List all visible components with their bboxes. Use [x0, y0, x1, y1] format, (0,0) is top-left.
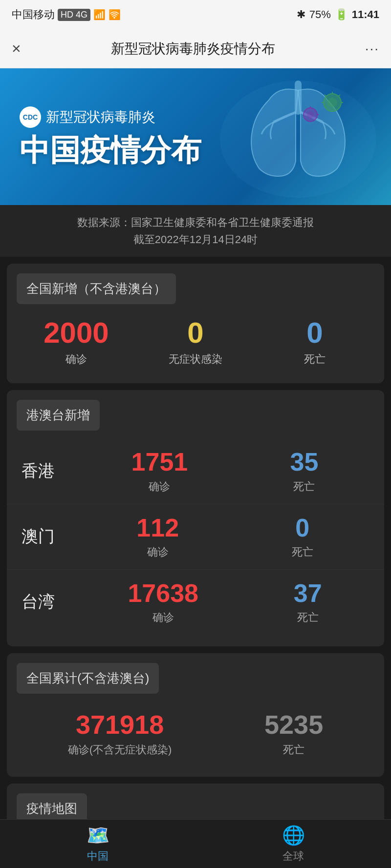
nav-bar: × 新型冠状病毒肺炎疫情分布 ···: [0, 29, 391, 68]
taiwan-name: 台湾: [22, 591, 80, 613]
hongkong-confirmed-label: 确诊: [131, 479, 188, 494]
taiwan-stats: 17638 确诊 37 死亡: [80, 579, 369, 625]
cumulative-deaths-number: 5235: [264, 709, 323, 740]
taiwan-deaths-number: 37: [294, 579, 322, 607]
bottom-nav: 🗺️ 中国 🌐 全球: [0, 819, 391, 868]
hkmt-header: 港澳台新增: [17, 400, 100, 431]
hongkong-deaths-number: 35: [290, 448, 319, 476]
status-bar: 中国移动 HD 4G 📶 🛜 ✱ 75% 🔋 11:41: [0, 0, 391, 29]
cumulative-header: 全国累计(不含港澳台): [17, 663, 159, 694]
macau-stats: 112 确诊 0 死亡: [80, 514, 369, 559]
cumulative-deaths-label: 死亡: [264, 743, 323, 757]
taiwan-confirmed-label: 确诊: [128, 610, 198, 625]
hero-cdc-row: CDC 新型冠状病毒肺炎: [20, 106, 201, 128]
cumulative-confirmed-label: 确诊(不含无症状感染): [68, 743, 172, 757]
hero-title: 中国疫情分布: [20, 134, 201, 167]
macau-deaths-number: 0: [292, 514, 313, 542]
china-nav-item[interactable]: 🗺️ 中国: [0, 825, 196, 864]
hero-banner: CDC 新型冠状病毒肺炎 中国疫情分布: [0, 68, 391, 205]
taiwan-confirmed-number: 17638: [128, 579, 198, 607]
taiwan-confirmed-stat: 17638 确诊: [128, 579, 198, 625]
wifi-icon: 🛜: [109, 9, 121, 21]
asymptomatic-stat: 0 无症状感染: [136, 317, 255, 367]
national-new-header: 全国新增（不含港澳台）: [17, 273, 176, 304]
taiwan-deaths-stat: 37 死亡: [294, 579, 322, 625]
global-nav-label: 全球: [282, 849, 304, 864]
more-button[interactable]: ···: [365, 41, 379, 57]
bluetooth-icon: ✱: [297, 8, 305, 21]
china-nav-icon: 🗺️: [87, 825, 109, 846]
cumulative-confirmed-number: 371918: [68, 709, 172, 740]
hongkong-stats: 1751 确诊 35 死亡: [80, 448, 369, 494]
global-nav-item[interactable]: 🌐 全球: [196, 825, 391, 864]
confirmed-stat: 2000 确诊: [17, 317, 136, 367]
hero-content: CDC 新型冠状病毒肺炎 中国疫情分布: [20, 106, 201, 167]
macau-deaths-label: 死亡: [292, 545, 313, 559]
asymptomatic-number: 0: [136, 317, 255, 349]
global-nav-icon: 🌐: [282, 825, 305, 846]
cumulative-stats-row: 371918 确诊(不含无症状感染) 5235 死亡: [7, 702, 384, 765]
deaths-stat: 0 死亡: [255, 317, 374, 367]
svg-point-3: [327, 98, 337, 107]
confirmed-number: 2000: [17, 317, 136, 349]
hongkong-deaths-label: 死亡: [290, 479, 319, 494]
status-left: 中国移动 HD 4G 📶 🛜: [12, 7, 121, 22]
hero-subtitle: 新型冠状病毒肺炎: [46, 108, 155, 126]
cdc-logo: CDC: [20, 106, 41, 128]
hkmt-section: 港澳台新增 香港 1751 确诊 35 死亡 澳门 112 确诊 0 死亡: [7, 390, 384, 646]
data-source-line2: 截至2022年12月14日24时: [10, 231, 381, 248]
hongkong-name: 香港: [22, 460, 80, 482]
taiwan-row: 台湾 17638 确诊 37 死亡: [7, 570, 384, 635]
battery-icon: 🔋: [335, 8, 348, 21]
macau-deaths-stat: 0 死亡: [292, 514, 313, 559]
cumulative-deaths-item: 5235 死亡: [264, 709, 323, 757]
lung-illustration: [215, 76, 381, 203]
macau-confirmed-stat: 112 确诊: [136, 514, 179, 559]
signal-icon: 📶: [93, 9, 106, 21]
macau-name: 澳门: [22, 525, 80, 548]
macau-row: 澳门 112 确诊 0 死亡: [7, 504, 384, 570]
asymptomatic-label: 无症状感染: [136, 352, 255, 367]
deaths-label: 死亡: [255, 352, 374, 367]
macau-confirmed-label: 确诊: [136, 545, 179, 559]
cumulative-confirmed-item: 371918 确诊(不含无症状感染): [68, 709, 172, 757]
hongkong-deaths-stat: 35 死亡: [290, 448, 319, 494]
cumulative-section: 全国累计(不含港澳台) 371918 确诊(不含无症状感染) 5235 死亡: [7, 653, 384, 777]
deaths-number: 0: [255, 317, 374, 349]
page-title: 新型冠状病毒肺炎疫情分布: [21, 40, 365, 58]
macau-confirmed-number: 112: [136, 514, 179, 542]
battery-label: 75%: [309, 8, 331, 21]
hongkong-row: 香港 1751 确诊 35 死亡: [7, 438, 384, 504]
network-type: HD 4G: [58, 9, 90, 21]
time-label: 11:41: [352, 8, 379, 21]
data-source-section: 数据来源：国家卫生健康委和各省卫生健康委通报 截至2022年12月14日24时: [0, 205, 391, 257]
taiwan-deaths-label: 死亡: [294, 610, 322, 625]
national-stats-row: 2000 确诊 0 无症状感染 0 死亡: [7, 312, 384, 372]
national-new-section: 全国新增（不含港澳台） 2000 确诊 0 无症状感染 0 死亡: [7, 264, 384, 383]
data-source-line1: 数据来源：国家卫生健康委和各省卫生健康委通报: [10, 214, 381, 231]
close-button[interactable]: ×: [12, 40, 21, 58]
status-right: ✱ 75% 🔋 11:41: [297, 8, 379, 21]
confirmed-label: 确诊: [17, 352, 136, 367]
svg-rect-1: [295, 81, 302, 115]
china-nav-label: 中国: [87, 849, 109, 864]
hongkong-confirmed-stat: 1751 确诊: [131, 448, 188, 494]
hongkong-confirmed-number: 1751: [131, 448, 188, 476]
svg-point-10: [307, 111, 314, 118]
carrier-label: 中国移动: [12, 7, 55, 22]
